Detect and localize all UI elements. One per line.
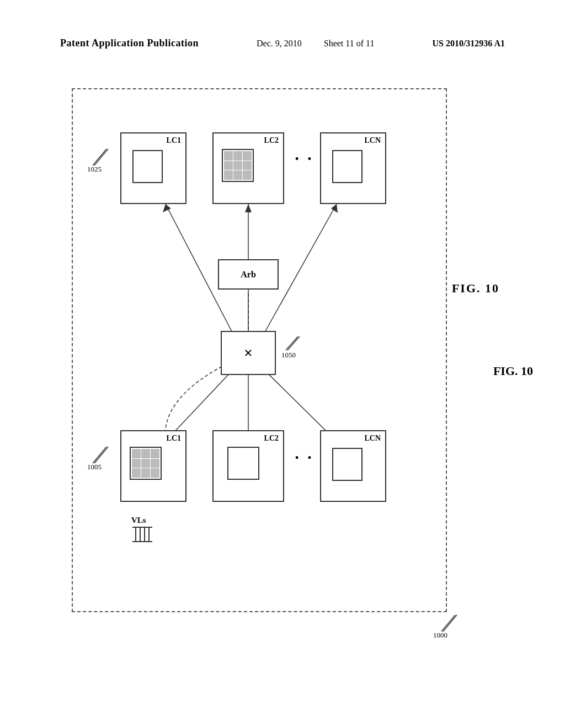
lcn-bottom-label: LCN bbox=[364, 434, 381, 443]
svg-line-26 bbox=[441, 615, 455, 631]
lc1-bottom-box: LC1 bbox=[120, 430, 186, 502]
svg-line-27 bbox=[443, 615, 457, 631]
lc1-top-box: LC1 bbox=[120, 132, 186, 204]
svg-line-17 bbox=[287, 336, 300, 350]
svg-line-14 bbox=[93, 149, 106, 165]
arb-box: Arb bbox=[218, 259, 279, 290]
svg-line-10 bbox=[258, 364, 337, 441]
slash-icon-switch bbox=[281, 334, 306, 353]
grid-cell bbox=[224, 170, 233, 180]
grid-cell bbox=[132, 449, 141, 458]
page-header: Patent Application Publication Dec. 9, 2… bbox=[0, 38, 565, 49]
grid-cell bbox=[151, 468, 159, 478]
diagram-area: FIG. 10 bbox=[50, 88, 469, 651]
svg-line-16 bbox=[286, 336, 298, 350]
vls-lines-icon bbox=[131, 526, 164, 543]
grid-cell bbox=[233, 161, 242, 170]
vls-label: VLs bbox=[131, 516, 164, 525]
grid-cell bbox=[141, 449, 150, 458]
grid-cell bbox=[132, 468, 141, 478]
bottom-group-label: 1005 bbox=[87, 444, 115, 472]
svg-line-6 bbox=[166, 364, 238, 441]
grid-cell bbox=[243, 151, 252, 160]
switch-symbol: × bbox=[244, 344, 253, 362]
lcn-bottom-inner bbox=[332, 448, 363, 481]
lc2-top-grid bbox=[222, 149, 254, 182]
arb-label: Arb bbox=[241, 270, 256, 280]
header-center: Dec. 9, 2010 Sheet 11 of 11 bbox=[257, 39, 374, 49]
grid-cell bbox=[243, 161, 252, 170]
grid-cell bbox=[151, 449, 159, 458]
switch-label-area: 1050 bbox=[281, 334, 306, 360]
lcn-top-label: LCN bbox=[364, 136, 381, 145]
svg-line-18 bbox=[93, 447, 106, 463]
top-group-label: 1025 bbox=[87, 146, 115, 174]
lc1-bottom-grid bbox=[130, 447, 162, 480]
publication-date: Dec. 9, 2010 bbox=[257, 39, 302, 49]
svg-line-19 bbox=[94, 447, 108, 463]
lc2-top-box: LC2 bbox=[212, 132, 284, 204]
lc2-bottom-inner bbox=[227, 447, 259, 480]
fig-10-label: FIG. 10 bbox=[493, 364, 533, 378]
grid-cell bbox=[132, 459, 141, 468]
grid-cell bbox=[224, 151, 233, 160]
lcn-top-box: LCN bbox=[320, 132, 386, 204]
lc2-bottom-label: LC2 bbox=[264, 434, 279, 443]
grid-cell bbox=[243, 170, 252, 180]
switch-box: × bbox=[221, 331, 276, 375]
vls-area: VLs bbox=[131, 516, 164, 545]
patent-number: US 2010/312936 A1 bbox=[432, 39, 505, 49]
lc2-top-label: LC2 bbox=[264, 136, 279, 145]
lc1-top-label: LC1 bbox=[167, 136, 181, 145]
n-outer-label: 1000 bbox=[433, 612, 463, 640]
grid-cell bbox=[151, 459, 159, 468]
svg-marker-3 bbox=[245, 204, 252, 212]
grid-cell bbox=[233, 170, 242, 180]
svg-marker-1 bbox=[163, 204, 171, 212]
svg-line-15 bbox=[94, 149, 108, 165]
publication-title: Patent Application Publication bbox=[60, 38, 199, 49]
grid-cell bbox=[141, 459, 150, 468]
lc1-bottom-label: LC1 bbox=[167, 434, 181, 443]
lcn-top-inner bbox=[332, 150, 363, 183]
grid-cell bbox=[224, 161, 233, 170]
grid-cell bbox=[141, 468, 150, 478]
grid-cell bbox=[233, 151, 242, 160]
lc2-bottom-box: LC2 bbox=[212, 430, 284, 502]
lcn-bottom-box: LCN bbox=[320, 430, 386, 502]
sheet-info: Sheet 11 of 11 bbox=[324, 39, 375, 49]
lc1-top-inner bbox=[132, 150, 163, 183]
